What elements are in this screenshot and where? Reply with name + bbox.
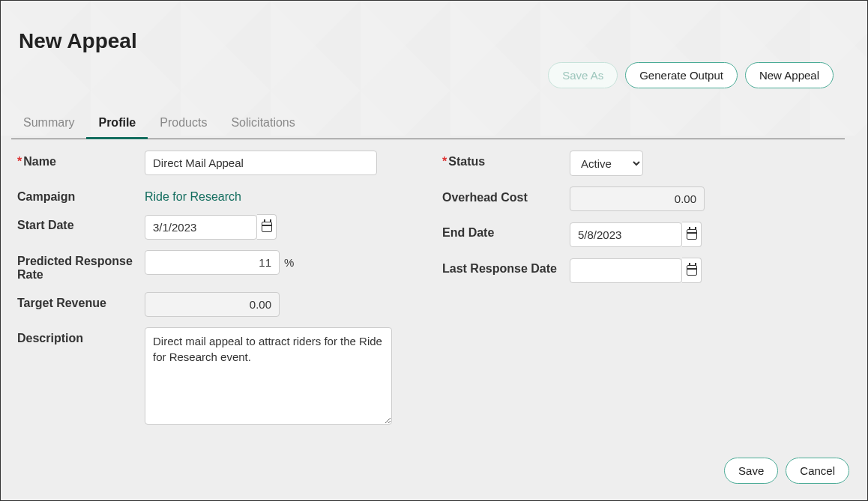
label-last-response-date: Last Response Date (442, 258, 570, 276)
row-last-response-date: Last Response Date (442, 258, 845, 283)
row-start-date: Start Date (17, 214, 420, 240)
label-name: *Name (17, 151, 145, 168)
save-button[interactable]: Save (724, 458, 778, 484)
label-status: *Status (442, 151, 570, 168)
tab-profile[interactable]: Profile (86, 109, 148, 139)
last-response-date-input[interactable] (570, 258, 682, 283)
start-date-picker-button[interactable] (257, 214, 277, 240)
name-input[interactable] (145, 151, 377, 175)
page-title: New Appeal (19, 29, 137, 53)
row-predicted-response: Predicted Response Rate % (17, 250, 420, 282)
percent-suffix: % (284, 256, 294, 269)
description-textarea[interactable] (145, 327, 392, 425)
start-date-input[interactable] (145, 215, 257, 240)
label-predicted-response: Predicted Response Rate (17, 250, 145, 282)
row-end-date: End Date (442, 222, 845, 247)
last-response-date-picker-button[interactable] (682, 258, 702, 283)
label-description: Description (17, 327, 145, 345)
row-overhead-cost: Overhead Cost (442, 186, 845, 211)
tabs: Summary Profile Products Solicitations (11, 109, 845, 139)
calendar-icon (687, 265, 697, 276)
calendar-icon (262, 222, 272, 232)
tab-summary[interactable]: Summary (11, 109, 86, 139)
target-revenue-input[interactable] (145, 292, 280, 317)
footer-actions: Save Cancel (724, 458, 849, 484)
header-actions: Save As Generate Output New Appeal (548, 62, 834, 88)
end-date-picker-button[interactable] (682, 222, 702, 247)
overhead-cost-input[interactable] (570, 186, 705, 211)
form-area: *Name Campaign Ride for Research Start D… (17, 151, 845, 425)
row-target-revenue: Target Revenue (17, 292, 420, 317)
campaign-link[interactable]: Ride for Research (145, 186, 241, 204)
label-end-date: End Date (442, 222, 570, 240)
status-select[interactable]: Active (570, 151, 643, 176)
label-overhead-cost: Overhead Cost (442, 186, 570, 204)
tab-solicitations[interactable]: Solicitations (219, 109, 307, 139)
label-target-revenue: Target Revenue (17, 292, 145, 310)
tab-products[interactable]: Products (148, 109, 219, 139)
save-as-button[interactable]: Save As (548, 62, 618, 88)
calendar-icon (687, 229, 697, 240)
label-start-date: Start Date (17, 214, 145, 232)
label-campaign: Campaign (17, 186, 145, 204)
right-column: *Status Active Overhead Cost End Date (442, 151, 845, 425)
row-description: Description (17, 327, 420, 425)
predicted-response-input[interactable] (145, 250, 280, 275)
end-date-input[interactable] (570, 222, 682, 247)
generate-output-button[interactable]: Generate Output (625, 62, 738, 88)
row-status: *Status Active (442, 151, 845, 176)
cancel-button[interactable]: Cancel (786, 458, 849, 484)
row-name: *Name (17, 151, 420, 175)
left-column: *Name Campaign Ride for Research Start D… (17, 151, 420, 425)
new-appeal-button[interactable]: New Appeal (745, 62, 834, 88)
row-campaign: Campaign Ride for Research (17, 186, 420, 204)
